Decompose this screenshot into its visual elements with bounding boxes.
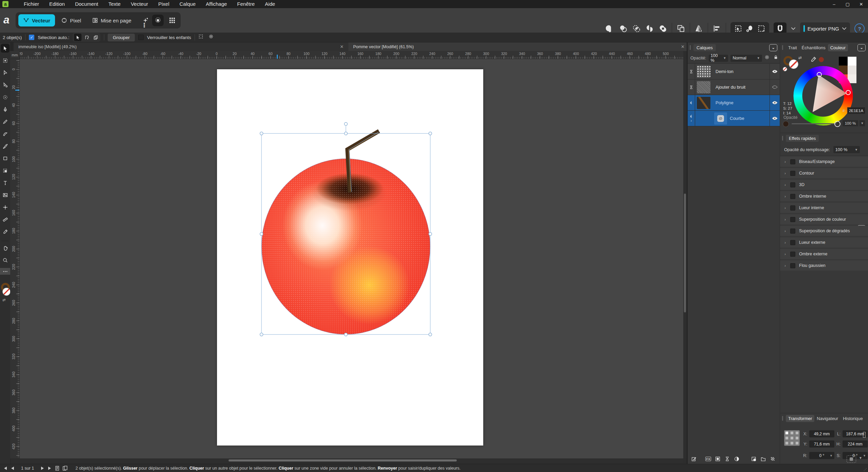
menu-texte[interactable]: Texte: [103, 0, 126, 8]
menu-aide[interactable]: Aide: [260, 0, 280, 8]
brush-tool-button[interactable]: [1, 142, 10, 150]
effect-checkbox[interactable]: [790, 252, 795, 257]
effect-checkbox[interactable]: [790, 263, 795, 268]
folder-icon[interactable]: [760, 456, 766, 462]
effect-checkbox[interactable]: [790, 171, 795, 176]
persona-pixel[interactable]: Pixel: [56, 14, 86, 26]
page-spread-icon[interactable]: [62, 466, 68, 471]
edit-icon[interactable]: [691, 456, 697, 462]
expand-chevron-icon[interactable]: ›: [691, 119, 692, 123]
layer-row-demi-ton[interactable]: Demi-ton: [688, 64, 780, 79]
eye-open-icon[interactable]: [772, 70, 778, 73]
arrange-icon-icon[interactable]: [676, 24, 685, 33]
x-field[interactable]: 49,2 mm: [809, 430, 834, 437]
fill-opacity-dropdown[interactable]: 100 %▼: [833, 146, 860, 153]
effect-row-flou-gaussien[interactable]: ›Flou gaussien: [780, 260, 868, 271]
document-tab-pomme-vector[interactable]: Pomme vector [Modifié] (61.5%)✕: [348, 42, 689, 51]
layer-opacity-dropdown[interactable]: 100 %▼: [709, 55, 728, 62]
expand-chevron-icon[interactable]: ›: [780, 252, 790, 256]
height-field[interactable]: 224 mm: [843, 440, 868, 448]
fill-color-well[interactable]: [789, 59, 798, 69]
swatch-e9e5e2[interactable]: [848, 66, 856, 74]
link-dimensions-icon[interactable]: ⊓⊔: [863, 432, 866, 438]
frame-tool-button[interactable]: [1, 56, 10, 65]
mask-icon[interactable]: [715, 456, 721, 462]
expand-chevron-icon[interactable]: ›: [780, 160, 790, 164]
last-page-icon[interactable]: [48, 466, 52, 470]
close-button[interactable]: ✕: [854, 0, 868, 8]
swap-colors-icon[interactable]: ⇄: [798, 55, 802, 60]
toggle-move-icon[interactable]: [734, 24, 743, 33]
rotation-field[interactable]: 0 °▼: [809, 452, 834, 459]
bool-divide-icon[interactable]: [645, 24, 654, 33]
effect-row-ombre-interne[interactable]: ›Ombre interne: [780, 191, 868, 201]
effect-row-3d[interactable]: ›3D: [780, 180, 868, 190]
text-tool-button[interactable]: [1, 178, 10, 187]
minimize-button[interactable]: –: [827, 0, 841, 8]
toggle-bbox-icon[interactable]: [757, 24, 766, 33]
swatch-ffffff[interactable]: [848, 57, 856, 66]
transform-mode-chevron-icon[interactable]: ▼: [859, 456, 862, 460]
effect-checkbox[interactable]: [790, 217, 795, 222]
menu-fichier[interactable]: Fichier: [19, 0, 44, 8]
effect-checkbox[interactable]: [790, 205, 795, 211]
menu-document[interactable]: Document: [70, 0, 103, 8]
adjust-icon[interactable]: [724, 456, 730, 462]
layers-panel-menu-icon[interactable]: ⌄: [769, 44, 777, 51]
layer-lock-icon[interactable]: [773, 55, 780, 61]
effect-row-biseau-estampage[interactable]: ›Biseau/Estampage: [780, 157, 868, 167]
more-personas-icon[interactable]: •••: [142, 20, 147, 29]
tool-fill-stroke-selector[interactable]: ⇄: [0, 283, 10, 303]
group-button[interactable]: Grouper: [108, 34, 135, 41]
menu-pixel[interactable]: Pixel: [153, 0, 175, 8]
bool-add-icon[interactable]: [605, 24, 614, 33]
first-page-icon[interactable]: [3, 466, 7, 470]
layer-row-ajouter-du-bruit[interactable]: Ajouter du bruit: [688, 79, 780, 95]
panel-tab-transformer[interactable]: Transformer: [786, 415, 814, 422]
layer-thumbnail-noise[interactable]: [697, 81, 710, 93]
vertical-scrollbar[interactable]: [683, 59, 687, 458]
ctx-marquee-icon[interactable]: [83, 34, 90, 41]
effect-row-ombre-externe[interactable]: ›Ombre externe: [780, 249, 868, 259]
hex-input[interactable]: 2E1E1A: [847, 107, 865, 114]
pen-tool-button[interactable]: [1, 105, 10, 114]
canvas-viewport[interactable]: [20, 59, 683, 458]
panel-tab-historique[interactable]: Historique: [840, 415, 865, 422]
expand-chevron-icon[interactable]: ›: [780, 171, 790, 175]
expand-chevron-icon[interactable]: ›: [780, 229, 790, 233]
node-tool-button[interactable]: [1, 80, 10, 89]
eye-open-icon[interactable]: [772, 101, 778, 105]
menu-vecteur[interactable]: Vecteur: [126, 0, 153, 8]
effect-checkbox[interactable]: [790, 229, 795, 234]
settings-gear-icon[interactable]: [209, 34, 215, 41]
layer-thumbnail-halftone[interactable]: [697, 66, 710, 78]
measure-tool-button[interactable]: [1, 215, 10, 224]
flip-icon-icon[interactable]: [694, 24, 703, 33]
horizontal-scrollbar[interactable]: [20, 458, 683, 462]
auto-select-checkbox[interactable]: ✓: [29, 35, 34, 40]
rectangle-tool-button[interactable]: [1, 154, 10, 163]
color-panel-menu-icon[interactable]: ⌄: [857, 44, 866, 51]
eye-open-icon[interactable]: [772, 116, 778, 120]
picked-color-dot[interactable]: [819, 57, 824, 62]
transform-anchor-selector[interactable]: [784, 430, 800, 446]
triangle-marker[interactable]: [817, 72, 822, 77]
transform-mode-icon[interactable]: [847, 455, 856, 463]
panel-grip[interactable]: [690, 45, 691, 50]
horizontal-scrollbar-thumb[interactable]: [229, 459, 457, 461]
menu-affichage[interactable]: Affichage: [201, 0, 232, 8]
color-picker-tool-button[interactable]: [1, 227, 10, 236]
effect-row-lueur-interne[interactable]: ›Lueur interne: [780, 203, 868, 213]
menu-fenetre[interactable]: Fenêtre: [232, 0, 260, 8]
color-tab-echantillons[interactable]: Échantillons: [799, 44, 828, 51]
blend-mode-dropdown[interactable]: Normal▼: [730, 55, 762, 62]
vertical-scrollbar-thumb[interactable]: [684, 194, 686, 312]
white-pointer-tool-button[interactable]: [1, 68, 10, 77]
panel-grip[interactable]: [782, 136, 783, 141]
marquee-tool-button[interactable]: [1, 93, 10, 102]
layer-thumbnail-stem[interactable]: [697, 97, 710, 109]
tab-close-icon[interactable]: ✕: [340, 44, 344, 49]
maximize-button[interactable]: ▢: [841, 0, 854, 8]
opacity-dropdown-icon[interactable]: ▼: [860, 120, 865, 126]
next-page-icon[interactable]: [40, 466, 45, 470]
